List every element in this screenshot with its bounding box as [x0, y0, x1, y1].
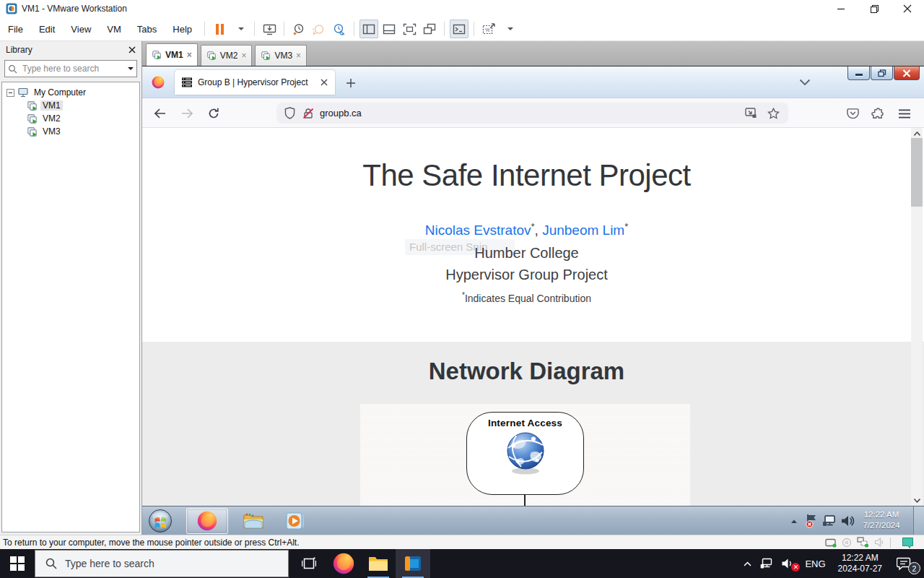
scrollbar-thumb[interactable]	[911, 138, 923, 207]
pocket-button[interactable]	[842, 103, 863, 124]
tree-collapse-icon[interactable]	[6, 89, 14, 97]
task-view-button[interactable]	[292, 549, 326, 578]
send-ctrl-alt-del-button[interactable]	[260, 20, 279, 38]
tray-show-hidden-icons[interactable]	[738, 549, 757, 578]
scrollbar-up-arrow[interactable]	[911, 128, 923, 139]
task-view-icon	[302, 557, 316, 570]
library-search-box[interactable]	[4, 60, 137, 77]
guest-clock[interactable]: 12:22 AM 7/27/2024	[858, 509, 905, 531]
menu-help[interactable]: Help	[165, 17, 200, 41]
app-menu-button[interactable]	[894, 103, 915, 124]
forward-button[interactable]	[176, 103, 198, 124]
page-scrollbar[interactable]	[911, 128, 923, 506]
guest-taskbar-firefox[interactable]	[186, 508, 228, 534]
guest-taskbar-explorer[interactable]	[237, 508, 270, 534]
ff-restore-button[interactable]	[871, 66, 893, 80]
ff-close-button[interactable]	[894, 66, 920, 80]
menu-view[interactable]: View	[63, 17, 99, 41]
guest-tray-volume[interactable]	[839, 513, 856, 529]
toolbar-separator	[254, 22, 255, 36]
host-restore-button[interactable]	[858, 0, 891, 17]
author-link-2[interactable]: Junbeom Lim	[542, 223, 624, 238]
tree-item-vm1[interactable]: VM1	[2, 99, 139, 112]
bookmark-star-icon[interactable]	[767, 108, 780, 119]
tray-clock[interactable]: 12:22 AM 2024-07-27	[832, 553, 888, 574]
manage-snapshots-button[interactable]	[330, 20, 349, 38]
firefox-icon	[197, 511, 217, 531]
tray-language[interactable]: ENG	[798, 558, 832, 569]
toggle-thumbnail-bar-button[interactable]	[380, 20, 398, 38]
status-message-log-icon[interactable]	[902, 537, 914, 548]
vm-tab-close-icon[interactable]: ×	[187, 51, 192, 59]
screenshot-icon[interactable]	[745, 108, 757, 118]
tab-close-icon[interactable]	[320, 78, 328, 87]
list-all-tabs-button[interactable]	[796, 75, 814, 90]
tree-item-my-computer[interactable]: My Computer	[2, 86, 139, 99]
status-sound-icon[interactable]	[874, 538, 884, 547]
revert-snapshot-icon	[313, 23, 326, 35]
tracking-protection-shield-icon[interactable]	[284, 107, 295, 119]
library-close-icon[interactable]	[128, 46, 136, 53]
host-search-box[interactable]	[35, 550, 289, 577]
new-tab-button[interactable]	[343, 75, 359, 91]
tray-notifications[interactable]: 2	[888, 549, 921, 578]
tray-network[interactable]	[757, 549, 777, 578]
take-snapshot-button[interactable]	[289, 20, 308, 38]
guest-show-desktop-button[interactable]	[913, 506, 924, 535]
menu-edit[interactable]: Edit	[31, 17, 63, 41]
tree-item-vm2[interactable]: VM2	[2, 112, 139, 125]
menu-file[interactable]: File	[0, 17, 31, 41]
tray-date: 2024-07-27	[838, 564, 882, 574]
page-title: The Safe Internet Project	[362, 158, 690, 192]
guest-tray-network[interactable]	[821, 513, 838, 529]
insecure-lock-icon[interactable]	[302, 108, 314, 119]
fit-guest-dropdown[interactable]	[500, 20, 518, 38]
tray-volume-muted[interactable]: ✕	[777, 549, 798, 578]
extensions-button[interactable]	[866, 103, 888, 124]
scrollbar-down-arrow[interactable]	[911, 495, 923, 506]
status-harddisk-icon[interactable]	[825, 538, 837, 548]
vm-tab-vm2[interactable]: VM2 ×	[201, 45, 253, 66]
menu-tabs[interactable]: Tabs	[129, 17, 165, 41]
toggle-library-button[interactable]	[359, 20, 378, 38]
status-cdrom-icon[interactable]	[842, 538, 852, 548]
host-taskbar-explorer[interactable]	[361, 549, 396, 578]
guest-tray-action-center[interactable]	[803, 513, 819, 529]
revert-snapshot-button[interactable]	[310, 20, 328, 38]
firefox-icon	[333, 553, 354, 574]
browser-tab[interactable]: Group B | Hypervisor Project	[175, 70, 335, 95]
menu-vm[interactable]: VM	[99, 17, 129, 41]
guest-taskbar-media-player[interactable]	[279, 508, 312, 534]
fullscreen-icon	[403, 23, 417, 35]
host-minimize-button[interactable]	[824, 0, 858, 17]
library-search-input[interactable]	[21, 63, 126, 74]
vm-tab-vm3[interactable]: VM3 ×	[255, 45, 307, 66]
file-explorer-icon	[368, 555, 388, 572]
host-taskbar-vmware[interactable]	[396, 549, 430, 578]
url-bar[interactable]: groupb.ca	[276, 103, 788, 124]
guest-tray-show-hidden-icons[interactable]	[788, 515, 800, 527]
back-button[interactable]	[149, 103, 170, 124]
search-icon	[45, 558, 57, 569]
ff-minimize-button[interactable]	[847, 66, 870, 80]
host-taskbar-firefox[interactable]	[326, 549, 361, 578]
status-network-icon[interactable]	[857, 537, 869, 548]
search-dropdown-icon[interactable]	[128, 67, 134, 70]
author-link-1[interactable]: Nicolas Evstratov	[425, 223, 531, 238]
fullscreen-button[interactable]	[400, 20, 419, 38]
tree-item-vm3[interactable]: VM3	[2, 125, 139, 138]
vm-tab-close-icon[interactable]: ×	[296, 51, 301, 60]
vm-tab-close-icon[interactable]: ×	[241, 51, 246, 60]
plus-icon	[346, 78, 356, 88]
unity-mode-button[interactable]	[420, 20, 439, 38]
host-search-input[interactable]	[64, 557, 288, 570]
host-start-button[interactable]	[0, 549, 35, 578]
fit-guest-button[interactable]: %	[479, 20, 498, 38]
guest-start-button[interactable]	[146, 508, 175, 534]
power-pause-button[interactable]	[210, 20, 229, 38]
vm-tab-vm1[interactable]: VM1 ×	[146, 43, 198, 66]
reload-button[interactable]	[203, 103, 225, 124]
host-close-button[interactable]	[891, 0, 924, 17]
power-options-dropdown[interactable]	[230, 20, 249, 38]
console-view-button[interactable]	[450, 20, 468, 38]
